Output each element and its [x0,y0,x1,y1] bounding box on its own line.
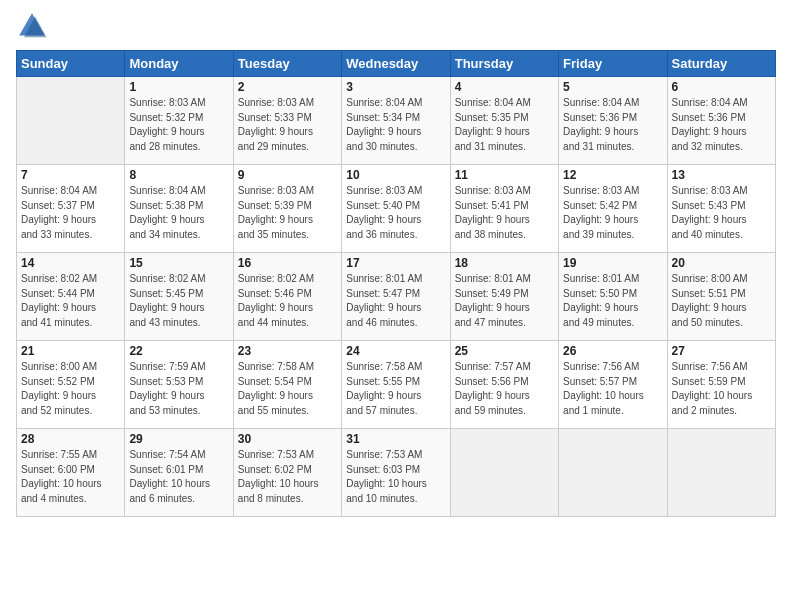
calendar-cell: 14Sunrise: 8:02 AM Sunset: 5:44 PM Dayli… [17,253,125,341]
calendar-cell [559,429,667,517]
day-number: 15 [129,256,228,270]
calendar-cell: 27Sunrise: 7:56 AM Sunset: 5:59 PM Dayli… [667,341,775,429]
day-info: Sunrise: 7:54 AM Sunset: 6:01 PM Dayligh… [129,448,228,506]
day-info: Sunrise: 8:02 AM Sunset: 5:46 PM Dayligh… [238,272,337,330]
day-number: 5 [563,80,662,94]
calendar-cell: 7Sunrise: 8:04 AM Sunset: 5:37 PM Daylig… [17,165,125,253]
day-number: 10 [346,168,445,182]
calendar-cell: 17Sunrise: 8:01 AM Sunset: 5:47 PM Dayli… [342,253,450,341]
day-number: 8 [129,168,228,182]
day-info: Sunrise: 8:03 AM Sunset: 5:33 PM Dayligh… [238,96,337,154]
day-info: Sunrise: 7:57 AM Sunset: 5:56 PM Dayligh… [455,360,554,418]
day-info: Sunrise: 8:03 AM Sunset: 5:40 PM Dayligh… [346,184,445,242]
calendar-cell: 11Sunrise: 8:03 AM Sunset: 5:41 PM Dayli… [450,165,558,253]
day-info: Sunrise: 8:02 AM Sunset: 5:45 PM Dayligh… [129,272,228,330]
day-info: Sunrise: 7:53 AM Sunset: 6:02 PM Dayligh… [238,448,337,506]
calendar-cell: 22Sunrise: 7:59 AM Sunset: 5:53 PM Dayli… [125,341,233,429]
day-number: 3 [346,80,445,94]
day-number: 18 [455,256,554,270]
day-number: 29 [129,432,228,446]
day-number: 1 [129,80,228,94]
day-header-monday: Monday [125,51,233,77]
calendar-cell: 8Sunrise: 8:04 AM Sunset: 5:38 PM Daylig… [125,165,233,253]
day-number: 11 [455,168,554,182]
day-info: Sunrise: 7:58 AM Sunset: 5:54 PM Dayligh… [238,360,337,418]
day-number: 4 [455,80,554,94]
day-info: Sunrise: 8:04 AM Sunset: 5:34 PM Dayligh… [346,96,445,154]
day-number: 26 [563,344,662,358]
day-info: Sunrise: 8:04 AM Sunset: 5:38 PM Dayligh… [129,184,228,242]
day-header-thursday: Thursday [450,51,558,77]
calendar-cell: 4Sunrise: 8:04 AM Sunset: 5:35 PM Daylig… [450,77,558,165]
calendar-cell: 16Sunrise: 8:02 AM Sunset: 5:46 PM Dayli… [233,253,341,341]
calendar-cell: 19Sunrise: 8:01 AM Sunset: 5:50 PM Dayli… [559,253,667,341]
calendar-cell: 24Sunrise: 7:58 AM Sunset: 5:55 PM Dayli… [342,341,450,429]
day-info: Sunrise: 8:01 AM Sunset: 5:49 PM Dayligh… [455,272,554,330]
day-header-sunday: Sunday [17,51,125,77]
day-info: Sunrise: 8:04 AM Sunset: 5:36 PM Dayligh… [563,96,662,154]
day-number: 19 [563,256,662,270]
calendar-cell [667,429,775,517]
day-number: 30 [238,432,337,446]
week-row-2: 7Sunrise: 8:04 AM Sunset: 5:37 PM Daylig… [17,165,776,253]
calendar-cell: 1Sunrise: 8:03 AM Sunset: 5:32 PM Daylig… [125,77,233,165]
calendar-cell [450,429,558,517]
day-number: 2 [238,80,337,94]
calendar-cell [17,77,125,165]
calendar-cell: 13Sunrise: 8:03 AM Sunset: 5:43 PM Dayli… [667,165,775,253]
day-header-tuesday: Tuesday [233,51,341,77]
day-info: Sunrise: 8:04 AM Sunset: 5:36 PM Dayligh… [672,96,771,154]
calendar-cell: 15Sunrise: 8:02 AM Sunset: 5:45 PM Dayli… [125,253,233,341]
day-info: Sunrise: 8:03 AM Sunset: 5:42 PM Dayligh… [563,184,662,242]
day-info: Sunrise: 8:03 AM Sunset: 5:39 PM Dayligh… [238,184,337,242]
day-number: 23 [238,344,337,358]
day-number: 16 [238,256,337,270]
day-number: 31 [346,432,445,446]
day-info: Sunrise: 7:59 AM Sunset: 5:53 PM Dayligh… [129,360,228,418]
calendar-cell: 18Sunrise: 8:01 AM Sunset: 5:49 PM Dayli… [450,253,558,341]
page: SundayMondayTuesdayWednesdayThursdayFrid… [0,0,792,612]
day-number: 7 [21,168,120,182]
day-number: 12 [563,168,662,182]
day-number: 28 [21,432,120,446]
calendar-cell: 26Sunrise: 7:56 AM Sunset: 5:57 PM Dayli… [559,341,667,429]
day-info: Sunrise: 8:03 AM Sunset: 5:41 PM Dayligh… [455,184,554,242]
calendar-cell: 29Sunrise: 7:54 AM Sunset: 6:01 PM Dayli… [125,429,233,517]
day-info: Sunrise: 8:01 AM Sunset: 5:47 PM Dayligh… [346,272,445,330]
calendar-cell: 31Sunrise: 7:53 AM Sunset: 6:03 PM Dayli… [342,429,450,517]
calendar-cell: 2Sunrise: 8:03 AM Sunset: 5:33 PM Daylig… [233,77,341,165]
calendar-cell: 28Sunrise: 7:55 AM Sunset: 6:00 PM Dayli… [17,429,125,517]
day-info: Sunrise: 8:01 AM Sunset: 5:50 PM Dayligh… [563,272,662,330]
week-row-4: 21Sunrise: 8:00 AM Sunset: 5:52 PM Dayli… [17,341,776,429]
calendar-table: SundayMondayTuesdayWednesdayThursdayFrid… [16,50,776,517]
day-number: 27 [672,344,771,358]
calendar-cell: 25Sunrise: 7:57 AM Sunset: 5:56 PM Dayli… [450,341,558,429]
day-number: 21 [21,344,120,358]
day-number: 9 [238,168,337,182]
calendar-cell: 5Sunrise: 8:04 AM Sunset: 5:36 PM Daylig… [559,77,667,165]
calendar-cell: 3Sunrise: 8:04 AM Sunset: 5:34 PM Daylig… [342,77,450,165]
week-row-3: 14Sunrise: 8:02 AM Sunset: 5:44 PM Dayli… [17,253,776,341]
day-number: 24 [346,344,445,358]
day-number: 22 [129,344,228,358]
header-row: SundayMondayTuesdayWednesdayThursdayFrid… [17,51,776,77]
header [16,10,776,42]
calendar-cell: 6Sunrise: 8:04 AM Sunset: 5:36 PM Daylig… [667,77,775,165]
day-header-friday: Friday [559,51,667,77]
day-number: 25 [455,344,554,358]
day-info: Sunrise: 8:03 AM Sunset: 5:32 PM Dayligh… [129,96,228,154]
day-number: 17 [346,256,445,270]
day-info: Sunrise: 7:56 AM Sunset: 5:59 PM Dayligh… [672,360,771,418]
calendar-cell: 9Sunrise: 8:03 AM Sunset: 5:39 PM Daylig… [233,165,341,253]
calendar-cell: 10Sunrise: 8:03 AM Sunset: 5:40 PM Dayli… [342,165,450,253]
day-info: Sunrise: 8:04 AM Sunset: 5:37 PM Dayligh… [21,184,120,242]
day-number: 6 [672,80,771,94]
logo [16,10,52,42]
calendar-cell: 21Sunrise: 8:00 AM Sunset: 5:52 PM Dayli… [17,341,125,429]
day-info: Sunrise: 8:04 AM Sunset: 5:35 PM Dayligh… [455,96,554,154]
week-row-5: 28Sunrise: 7:55 AM Sunset: 6:00 PM Dayli… [17,429,776,517]
calendar-cell: 30Sunrise: 7:53 AM Sunset: 6:02 PM Dayli… [233,429,341,517]
day-info: Sunrise: 8:02 AM Sunset: 5:44 PM Dayligh… [21,272,120,330]
day-number: 13 [672,168,771,182]
day-info: Sunrise: 8:03 AM Sunset: 5:43 PM Dayligh… [672,184,771,242]
